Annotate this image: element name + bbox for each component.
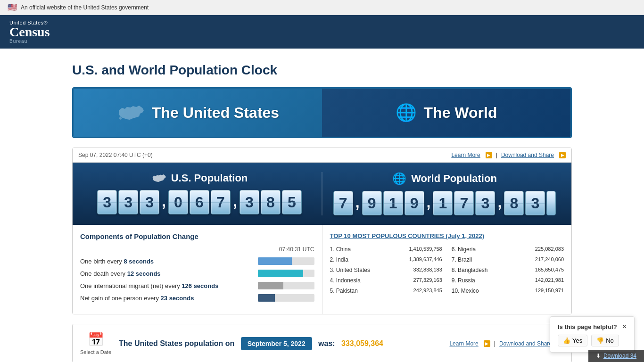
logo-block[interactable]: United States® Census Bureau: [9, 20, 50, 44]
top10-india-name: 2. India: [330, 256, 348, 263]
download-link[interactable]: Download 34: [603, 353, 636, 359]
top10-row-brazil: 7. Brazil 217,240,060: [452, 255, 564, 264]
world-clock-title: 🌐 World Population: [392, 172, 497, 185]
helpful-yes-button[interactable]: 👍 Yes: [558, 335, 587, 346]
clock-divider: [322, 172, 322, 215]
gov-bar: 🇺🇸 An official website of the United Sta…: [0, 0, 644, 15]
learn-more-link[interactable]: Learn More: [451, 152, 480, 158]
page-title: U.S. and World Population Clock: [72, 63, 572, 78]
top10-mexico-pop: 129,150,971: [535, 288, 564, 294]
gain-bar-container: [258, 294, 314, 302]
us-digit-display: 3 3 3 , 0 6 7 , 3 8 5: [97, 190, 302, 214]
top10-nigeria-pop: 225,082,083: [535, 246, 564, 253]
world-digit-5: 1: [433, 191, 453, 215]
world-digit-3: 1: [383, 191, 403, 215]
date-text: The United States population on Septembe…: [119, 339, 442, 348]
death-bar-container: [258, 270, 314, 277]
helpful-header: Is this page helpful? ×: [558, 322, 627, 331]
us-digit-8: 8: [261, 190, 281, 214]
toggle-world-label: The World: [424, 104, 497, 122]
birth-bar: [258, 257, 292, 265]
us-digit-4: 0: [168, 190, 188, 214]
us-digit-5: 6: [190, 190, 209, 214]
top10-row-india: 2. India 1,389,637,446: [330, 255, 442, 264]
globe-icon: 🌐: [396, 103, 417, 123]
clock-us-side: U.S. Population 3 3 3 , 0 6 7 , 3 8 5: [82, 172, 317, 214]
top10-indonesia-name: 4. Indonesia: [330, 277, 361, 284]
world-digit-1: 7: [333, 191, 353, 215]
gain-row: Net gain of one person every 23 seconds: [80, 294, 314, 302]
migrant-bar-container: [258, 282, 314, 289]
top10-mexico-name: 10. Mexico: [452, 288, 479, 294]
main-content: U.S. and World Population Clock The Unit…: [63, 63, 581, 362]
world-digit-10-partial: [546, 191, 556, 215]
clock-links: Learn More ▶ | Download and Share ▶: [451, 152, 566, 158]
top10-pakistan-name: 5. Pakistan: [330, 288, 358, 294]
date-text-mid: was:: [318, 339, 335, 347]
logo-bureau: Bureau: [9, 39, 27, 44]
helpful-title: Is this page helpful?: [558, 323, 617, 330]
toggle-world-button[interactable]: 🌐 The World: [322, 89, 570, 137]
clock-timestamp: Sep 07, 2022 07:40 UTC (+0): [78, 152, 153, 158]
components-title: Components of Population Change: [80, 232, 314, 240]
clock-display: U.S. Population 3 3 3 , 0 6 7 , 3 8 5: [73, 163, 571, 225]
death-bar: [258, 270, 303, 277]
helpful-yes-label: Yes: [572, 337, 582, 344]
thumbs-up-icon: 👍: [563, 337, 570, 344]
top10-us-pop: 332,838,183: [413, 267, 442, 273]
site-header: United States® Census Bureau: [0, 15, 644, 49]
date-download-share-link[interactable]: Download and Share: [499, 340, 552, 347]
top10-row-nigeria: 6. Nigeria 225,082,083: [452, 245, 564, 254]
top10-row-indonesia: 4. Indonesia 277,329,163: [330, 276, 442, 285]
helpful-close-button[interactable]: ×: [622, 322, 627, 331]
download-share-link[interactable]: Download and Share: [501, 152, 554, 158]
date-population: 333,059,364: [341, 339, 383, 347]
helpful-no-button[interactable]: 👎 No: [591, 335, 619, 346]
top10-row-russia: 9. Russia 142,021,981: [452, 276, 564, 285]
date-section: 📅 Select a Date The United States popula…: [72, 324, 572, 362]
world-digit-6: 7: [454, 191, 474, 215]
migrant-label: One international migrant (net) every 12…: [80, 282, 254, 289]
top10-russia-pop: 142,021,981: [535, 277, 564, 284]
learn-more-icon: ▶: [486, 152, 492, 158]
download-share-icon: ▶: [559, 152, 566, 158]
calendar-icon: 📅: [88, 332, 104, 347]
top10-indonesia-pop: 277,329,163: [413, 277, 442, 284]
date-text-pre: The United States population on: [119, 339, 234, 347]
select-date-label: Select a Date: [80, 349, 111, 355]
top10-nigeria-name: 6. Nigeria: [452, 246, 476, 253]
top10-russia-name: 9. Russia: [452, 277, 475, 284]
world-digit-4: 9: [405, 191, 424, 215]
toggle-us-button[interactable]: The United States: [74, 89, 322, 137]
date-links: Learn More ▶ | Download and Share ▶: [449, 340, 564, 347]
date-learn-more-link[interactable]: Learn More: [449, 340, 478, 347]
birth-label: One birth every 8 seconds: [80, 258, 254, 265]
top10-title[interactable]: TOP 10 MOST POPULOUS COUNTRIES (July 1, …: [330, 232, 564, 239]
top10-china-pop: 1,410,539,758: [409, 246, 442, 253]
components-section: Components of Population Change 07:40:31…: [73, 225, 322, 314]
us-clock-title: U.S. Population: [151, 172, 248, 184]
date-learn-more-icon: ▶: [484, 340, 490, 347]
helpful-widget: Is this page helpful? × 👍 Yes 👎 No: [550, 316, 635, 353]
top10-bangladesh-name: 8. Bangladesh: [452, 267, 488, 273]
calendar-icon-block[interactable]: 📅 Select a Date: [80, 332, 111, 355]
world-digit-8: 8: [504, 191, 524, 215]
birth-row: One birth every 8 seconds: [80, 257, 314, 265]
top10-row-bangladesh: 8. Bangladesh 165,650,475: [452, 266, 564, 274]
gov-bar-text: An official website of the United States…: [21, 4, 149, 11]
us-map-icon: [116, 103, 145, 122]
world-digit-7: 3: [475, 191, 495, 215]
date-content: 📅 Select a Date The United States popula…: [73, 324, 571, 362]
clock-header: Sep 07, 2022 07:40 UTC (+0) Learn More ▶…: [73, 148, 571, 163]
death-label: One death every 12 seconds: [80, 270, 254, 277]
us-digit-9: 5: [282, 190, 302, 214]
top10-brazil-name: 7. Brazil: [452, 256, 472, 263]
top10-us-name: 3. United States: [330, 267, 370, 273]
toggle-us-label: The United States: [152, 104, 279, 122]
time-utc: 07:40:31 UTC: [80, 246, 314, 253]
top10-brazil-pop: 217,240,060: [535, 256, 564, 263]
world-digit-display: 7 , 9 1 9 , 1 7 3 , 8 3: [333, 191, 556, 215]
top10-section: TOP 10 MOST POPULOUS COUNTRIES (July 1, …: [322, 225, 572, 314]
date-badge[interactable]: September 5, 2022: [241, 337, 312, 350]
top10-bangladesh-pop: 165,650,475: [535, 267, 564, 273]
